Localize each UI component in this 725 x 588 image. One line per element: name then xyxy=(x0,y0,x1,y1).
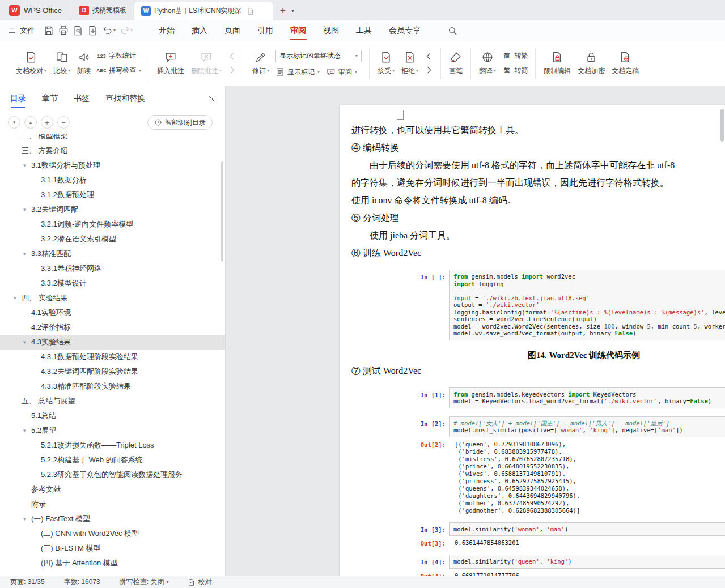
search-icon[interactable] xyxy=(447,25,458,36)
output-cell[interactable]: Out[3]:0.6361447854063201 xyxy=(351,539,725,547)
toc-item[interactable]: ▾(一) FastText 模型 xyxy=(0,512,225,526)
collapse-toggle-icon[interactable]: ▾ xyxy=(23,251,26,257)
code-cell[interactable]: In [2]:# model['女人'] + model['国王'] - mod… xyxy=(351,416,725,437)
toc-item[interactable]: ▾3.3精准匹配 xyxy=(0,246,225,261)
toc-item[interactable]: 参考文献 xyxy=(0,482,225,497)
to-simplified-button[interactable]: 繁转简 xyxy=(502,66,528,75)
toc-item[interactable]: 5.2.3研究基于众包的智能阅读数据处理服务 xyxy=(0,467,225,482)
track-changes-button[interactable]: 修订▾ xyxy=(249,49,273,78)
add-level-button[interactable]: + xyxy=(41,116,53,129)
toc-item[interactable]: 3.1.1数据分析 xyxy=(0,173,225,188)
undo-button[interactable]: ▾ xyxy=(102,25,116,36)
toc-item[interactable]: 3.3.1卷积神经网络 xyxy=(0,261,225,276)
collapse-toggle-icon[interactable]: ▾ xyxy=(23,207,26,212)
insert-comment-button[interactable]: 插入批注 xyxy=(154,49,188,78)
toc-item[interactable]: 三、 方案介绍 xyxy=(0,143,225,158)
doc-paragraph[interactable]: ⑦ 测试 Word2Vec xyxy=(351,362,725,380)
reject-revision-button[interactable]: 拒绝▾ xyxy=(398,49,422,78)
encrypt-document-button[interactable]: 文档加密 xyxy=(574,49,608,78)
menu-tab-view[interactable]: 视图 xyxy=(315,20,347,41)
expand-all-button[interactable]: ▴ xyxy=(24,116,37,129)
proofread-button[interactable]: 文档校对▾ xyxy=(12,49,50,78)
toc-item[interactable]: ▾四、 实验结果 xyxy=(0,291,225,305)
previous-revision-button[interactable] xyxy=(424,52,434,61)
show-markup-button[interactable]: 显示标记▾ xyxy=(275,67,320,77)
toc-item[interactable]: (三) Bi-LSTM 模型 xyxy=(0,541,225,556)
sidebar-tab-toc[interactable]: 目录 xyxy=(10,93,26,104)
print-button[interactable] xyxy=(58,25,69,36)
translate-button[interactable]: 翻译▾ xyxy=(476,49,499,78)
file-menu-button[interactable]: 文件 xyxy=(8,25,35,36)
collapse-all-button[interactable]: ▾ xyxy=(8,116,20,129)
toc-item[interactable]: 3.1.2数据预处理 xyxy=(0,188,225,202)
print-preview-button[interactable] xyxy=(73,25,84,36)
collapse-toggle-icon[interactable]: ▾ xyxy=(23,163,26,168)
remove-level-button[interactable]: − xyxy=(57,116,70,129)
collapse-toggle-icon[interactable]: ▾ xyxy=(23,516,26,522)
document-tab[interactable]: WPython基于LSI和CNN实现深 xyxy=(134,2,273,20)
toc-item[interactable]: 4.1实验环境 xyxy=(0,305,225,320)
toc-item[interactable]: ▾5.2展望 xyxy=(0,423,225,438)
doc-paragraph[interactable]: 进行转换，也可以使用其它繁简转换工具。 xyxy=(351,121,725,139)
collapse-toggle-icon[interactable]: ▾ xyxy=(23,428,26,433)
ink-pen-button[interactable]: 画笔 xyxy=(446,49,466,78)
markup-state-select[interactable]: 显示标记的最终状态▾ xyxy=(275,50,362,62)
toc-item[interactable]: ▾3.1数据分析与预处理 xyxy=(0,158,225,173)
tab-list-chevron-icon[interactable]: ▾ xyxy=(291,7,294,14)
proofread-status[interactable]: 校对 xyxy=(188,577,211,587)
save-button[interactable] xyxy=(43,25,54,36)
new-tab-button[interactable]: + xyxy=(280,6,286,15)
document-scrollbar[interactable] xyxy=(720,109,724,142)
doc-paragraph[interactable]: 使用 jieba 分词工具。 xyxy=(351,227,725,244)
smart-toc-button[interactable]: 智能识别目录 xyxy=(147,115,213,130)
output-cell[interactable]: Out[2]:[('queen', 0.7293198108673096), (… xyxy=(351,441,725,514)
doc-paragraph[interactable]: 由于后续的分词需要使用 utf-8 格式的字符，而上述简体字中可能存在非 utf… xyxy=(351,156,725,174)
doc-paragraph[interactable]: ④ 编码转换 xyxy=(351,139,725,156)
toc-item[interactable]: 3.2.1词频-逆向文件频率模型 xyxy=(0,217,225,232)
word-count-indicator[interactable]: 字数: 16073 xyxy=(64,577,100,587)
toc-item[interactable]: 五、 总结与展望 xyxy=(0,394,225,408)
toc-item[interactable]: 3.2.2潜在语义索引模型 xyxy=(0,232,225,246)
toc-item[interactable]: (二) CNN with Word2Vec 模型 xyxy=(0,526,225,541)
export-button[interactable] xyxy=(87,25,99,36)
toc-item[interactable]: ▾3.2关键词匹配 xyxy=(0,202,225,217)
word-count-button[interactable]: 123字数统计 xyxy=(97,51,141,61)
accept-revision-button[interactable]: 接受▾ xyxy=(374,49,398,78)
toc-item[interactable]: 二、 模型框架 xyxy=(0,134,225,143)
toc-item[interactable]: (四) 基于 Attention 模型 xyxy=(0,556,225,570)
read-aloud-button[interactable]: 朗读 xyxy=(74,49,94,78)
sidebar-scrollbar[interactable] xyxy=(221,161,223,262)
compare-button[interactable]: 比较▾ xyxy=(50,49,74,78)
toc-item[interactable]: ▾4.3实验结果 xyxy=(0,335,225,350)
menu-tab-review[interactable]: 审阅 xyxy=(282,20,315,41)
document-page[interactable]: 进行转换，也可以使用其它繁简转换工具。④ 编码转换由于后续的分词需要使用 utf… xyxy=(340,105,725,576)
sidebar-tab-bookmarks[interactable]: 书签 xyxy=(74,93,90,104)
to-traditional-button[interactable]: 简转繁 xyxy=(502,51,528,61)
sidebar-tab-find-replace[interactable]: 查找和替换 xyxy=(105,93,145,104)
page-indicator[interactable]: 页面: 31/35 xyxy=(10,577,45,587)
code-cell[interactable]: In [4]:model.similarity('queen', 'king') xyxy=(351,555,725,569)
toc-item[interactable]: 5.2.1改进损失函数——Triplet Loss xyxy=(0,438,225,453)
menu-tab-home[interactable]: 开始 xyxy=(150,20,183,41)
next-revision-button[interactable] xyxy=(424,65,434,75)
toc-item[interactable]: 4.3.1数据预处理阶段实验结果 xyxy=(0,350,225,364)
docer-template-tab[interactable]: D找稿壳模板 xyxy=(71,0,134,20)
code-cell[interactable]: In [1]:from gensim.models.keyedvectors i… xyxy=(351,387,725,408)
code-cell[interactable]: In [ ]:from gensim.models import word2ve… xyxy=(351,270,725,340)
collapse-toggle-icon[interactable]: ▾ xyxy=(23,339,26,345)
doc-paragraph[interactable]: 的字符集，避免在分词时候进行到一半而出现错误，因此先进行字符格式转换。 xyxy=(351,174,725,191)
menu-tab-tools[interactable]: 工具 xyxy=(347,20,380,41)
reviewing-pane-button[interactable]: 审阅▾ xyxy=(327,67,357,77)
figure-caption[interactable]: 图14. Word2Vec 训练代码示例 xyxy=(351,348,725,362)
toc-item[interactable]: 4.3.2关键词匹配阶段实验结果 xyxy=(0,364,225,379)
menu-tab-reference[interactable]: 引用 xyxy=(249,20,282,41)
collapse-toggle-icon[interactable]: ▾ xyxy=(14,295,16,301)
doc-paragraph[interactable]: ⑤ 分词处理 xyxy=(351,209,725,227)
menu-tab-page[interactable]: 页面 xyxy=(216,20,249,41)
toc-item[interactable]: 4.2评价指标 xyxy=(0,320,225,335)
menu-tab-membership[interactable]: 会员专享 xyxy=(380,20,429,41)
toc-item[interactable]: 5.2.2构建基于 Web 的问答系统 xyxy=(0,453,225,467)
spell-check-button[interactable]: ABC拼写检查▾ xyxy=(97,66,141,75)
spell-check-status[interactable]: 拼写检查: 关闭 ▾ xyxy=(120,577,169,587)
doc-paragraph[interactable]: 使用 iconv 命令将文件转换成 utf-8 编码。 xyxy=(351,191,725,209)
